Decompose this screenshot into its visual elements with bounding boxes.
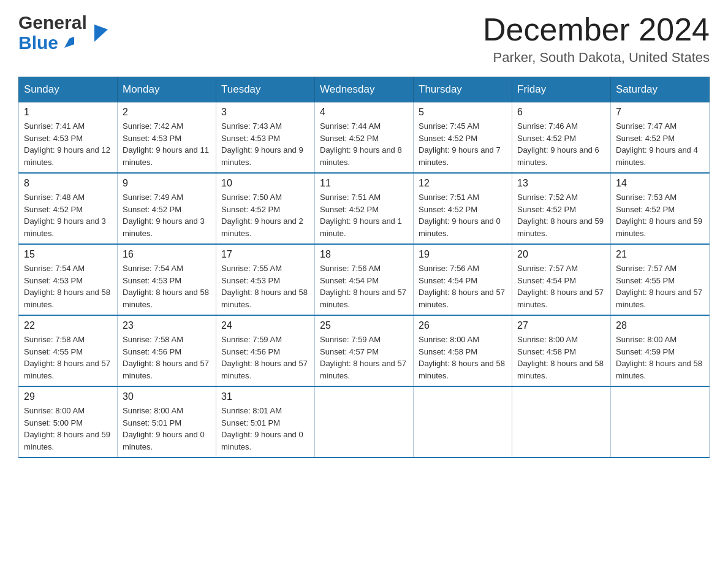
calendar-cell: 10 Sunrise: 7:50 AMSunset: 4:52 PMDaylig… <box>216 173 315 244</box>
col-sunday: Sunday <box>19 77 118 102</box>
logo-general: General <box>18 12 93 33</box>
day-number: 25 <box>320 320 408 331</box>
day-number: 12 <box>419 178 507 189</box>
day-number: 2 <box>123 107 211 118</box>
week-row-3: 15 Sunrise: 7:54 AMSunset: 4:53 PMDaylig… <box>19 244 710 315</box>
day-info: Sunrise: 7:41 AMSunset: 4:53 PMDaylight:… <box>24 121 110 167</box>
col-friday: Friday <box>512 77 611 102</box>
calendar-cell: 7 Sunrise: 7:47 AMSunset: 4:52 PMDayligh… <box>611 102 710 174</box>
calendar-cell: 20 Sunrise: 7:57 AMSunset: 4:54 PMDaylig… <box>512 244 611 315</box>
day-info: Sunrise: 7:59 AMSunset: 4:57 PMDaylight:… <box>320 335 406 380</box>
logo-blue: Blue <box>18 33 93 53</box>
day-number: 6 <box>517 107 605 118</box>
calendar-cell: 22 Sunrise: 7:58 AMSunset: 4:55 PMDaylig… <box>19 315 118 386</box>
day-info: Sunrise: 7:51 AMSunset: 4:52 PMDaylight:… <box>320 193 402 238</box>
day-info: Sunrise: 7:58 AMSunset: 4:56 PMDaylight:… <box>123 335 209 380</box>
calendar-cell: 26 Sunrise: 8:00 AMSunset: 4:58 PMDaylig… <box>414 315 512 386</box>
day-info: Sunrise: 8:00 AMSunset: 4:58 PMDaylight:… <box>517 335 604 380</box>
day-info: Sunrise: 7:54 AMSunset: 4:53 PMDaylight:… <box>24 264 110 309</box>
calendar-cell: 3 Sunrise: 7:43 AMSunset: 4:53 PMDayligh… <box>216 102 315 174</box>
logo: General Blue <box>18 12 108 53</box>
calendar-cell: 13 Sunrise: 7:52 AMSunset: 4:52 PMDaylig… <box>512 173 611 244</box>
day-info: Sunrise: 7:46 AMSunset: 4:52 PMDaylight:… <box>517 121 599 167</box>
day-number: 15 <box>24 249 112 260</box>
day-info: Sunrise: 7:50 AMSunset: 4:52 PMDaylight:… <box>221 193 303 238</box>
calendar-cell: 19 Sunrise: 7:56 AMSunset: 4:54 PMDaylig… <box>414 244 512 315</box>
location: Parker, South Dakota, United States <box>483 50 710 66</box>
calendar-cell <box>512 386 611 458</box>
calendar-table: Sunday Monday Tuesday Wednesday Thursday… <box>18 77 710 458</box>
calendar-cell <box>414 386 512 458</box>
day-info: Sunrise: 7:52 AMSunset: 4:52 PMDaylight:… <box>517 193 604 238</box>
day-number: 14 <box>616 178 704 189</box>
page-header: General Blue December 2024 Parker, South… <box>18 12 710 66</box>
calendar-cell: 29 Sunrise: 8:00 AMSunset: 5:00 PMDaylig… <box>19 386 118 458</box>
col-wednesday: Wednesday <box>315 77 414 102</box>
day-number: 31 <box>221 391 309 402</box>
day-info: Sunrise: 8:01 AMSunset: 5:01 PMDaylight:… <box>221 406 303 451</box>
calendar-cell: 12 Sunrise: 7:51 AMSunset: 4:52 PMDaylig… <box>414 173 512 244</box>
day-number: 27 <box>517 320 605 331</box>
day-number: 1 <box>24 107 112 118</box>
day-number: 13 <box>517 178 605 189</box>
week-row-2: 8 Sunrise: 7:48 AMSunset: 4:52 PMDayligh… <box>19 173 710 244</box>
day-info: Sunrise: 7:51 AMSunset: 4:52 PMDaylight:… <box>419 193 501 238</box>
calendar-cell: 4 Sunrise: 7:44 AMSunset: 4:52 PMDayligh… <box>315 102 414 174</box>
day-number: 28 <box>616 320 704 331</box>
day-number: 30 <box>123 391 211 402</box>
calendar-cell: 23 Sunrise: 7:58 AMSunset: 4:56 PMDaylig… <box>118 315 216 386</box>
day-info: Sunrise: 7:57 AMSunset: 4:54 PMDaylight:… <box>517 264 604 309</box>
calendar-cell: 18 Sunrise: 7:56 AMSunset: 4:54 PMDaylig… <box>315 244 414 315</box>
svg-marker-0 <box>94 25 108 42</box>
day-info: Sunrise: 7:53 AMSunset: 4:52 PMDaylight:… <box>616 193 702 238</box>
calendar-cell: 17 Sunrise: 7:55 AMSunset: 4:53 PMDaylig… <box>216 244 315 315</box>
day-number: 8 <box>24 178 112 189</box>
day-number: 11 <box>320 178 408 189</box>
day-number: 9 <box>123 178 211 189</box>
col-monday: Monday <box>118 77 216 102</box>
calendar-cell: 31 Sunrise: 8:01 AMSunset: 5:01 PMDaylig… <box>216 386 315 458</box>
logo-triangle-icon <box>94 25 108 42</box>
calendar-cell: 24 Sunrise: 7:59 AMSunset: 4:56 PMDaylig… <box>216 315 315 386</box>
day-number: 26 <box>419 320 507 331</box>
day-number: 24 <box>221 320 309 331</box>
col-tuesday: Tuesday <box>216 77 315 102</box>
day-number: 22 <box>24 320 112 331</box>
day-number: 20 <box>517 249 605 260</box>
day-info: Sunrise: 7:45 AMSunset: 4:52 PMDaylight:… <box>419 121 501 167</box>
calendar-cell: 9 Sunrise: 7:49 AMSunset: 4:52 PMDayligh… <box>118 173 216 244</box>
calendar-cell: 28 Sunrise: 8:00 AMSunset: 4:59 PMDaylig… <box>611 315 710 386</box>
calendar-cell: 6 Sunrise: 7:46 AMSunset: 4:52 PMDayligh… <box>512 102 611 174</box>
day-info: Sunrise: 7:58 AMSunset: 4:55 PMDaylight:… <box>24 335 110 380</box>
day-info: Sunrise: 7:54 AMSunset: 4:53 PMDaylight:… <box>123 264 209 309</box>
day-info: Sunrise: 7:47 AMSunset: 4:52 PMDaylight:… <box>616 121 698 167</box>
day-info: Sunrise: 7:59 AMSunset: 4:56 PMDaylight:… <box>221 335 308 380</box>
day-info: Sunrise: 8:00 AMSunset: 4:59 PMDaylight:… <box>616 335 702 380</box>
day-number: 18 <box>320 249 408 260</box>
day-info: Sunrise: 7:48 AMSunset: 4:52 PMDaylight:… <box>24 193 106 238</box>
col-saturday: Saturday <box>611 77 710 102</box>
day-info: Sunrise: 8:00 AMSunset: 4:58 PMDaylight:… <box>419 335 505 380</box>
week-row-5: 29 Sunrise: 8:00 AMSunset: 5:00 PMDaylig… <box>19 386 710 458</box>
day-number: 5 <box>419 107 507 118</box>
calendar-cell <box>611 386 710 458</box>
week-row-4: 22 Sunrise: 7:58 AMSunset: 4:55 PMDaylig… <box>19 315 710 386</box>
day-info: Sunrise: 7:43 AMSunset: 4:53 PMDaylight:… <box>221 121 303 167</box>
calendar-cell: 21 Sunrise: 7:57 AMSunset: 4:55 PMDaylig… <box>611 244 710 315</box>
calendar-cell: 16 Sunrise: 7:54 AMSunset: 4:53 PMDaylig… <box>118 244 216 315</box>
day-info: Sunrise: 7:57 AMSunset: 4:55 PMDaylight:… <box>616 264 702 309</box>
day-info: Sunrise: 8:00 AMSunset: 5:00 PMDaylight:… <box>24 406 110 451</box>
title-block: December 2024 Parker, South Dakota, Unit… <box>483 12 710 66</box>
day-number: 4 <box>320 107 408 118</box>
calendar-header-row: Sunday Monday Tuesday Wednesday Thursday… <box>19 77 710 102</box>
calendar-cell <box>315 386 414 458</box>
col-thursday: Thursday <box>414 77 512 102</box>
calendar-cell: 11 Sunrise: 7:51 AMSunset: 4:52 PMDaylig… <box>315 173 414 244</box>
calendar-cell: 30 Sunrise: 8:00 AMSunset: 5:01 PMDaylig… <box>118 386 216 458</box>
week-row-1: 1 Sunrise: 7:41 AMSunset: 4:53 PMDayligh… <box>19 102 710 174</box>
day-info: Sunrise: 7:55 AMSunset: 4:53 PMDaylight:… <box>221 264 308 309</box>
day-info: Sunrise: 7:56 AMSunset: 4:54 PMDaylight:… <box>320 264 406 309</box>
calendar-cell: 15 Sunrise: 7:54 AMSunset: 4:53 PMDaylig… <box>19 244 118 315</box>
day-number: 29 <box>24 391 112 402</box>
day-info: Sunrise: 7:49 AMSunset: 4:52 PMDaylight:… <box>123 193 205 238</box>
